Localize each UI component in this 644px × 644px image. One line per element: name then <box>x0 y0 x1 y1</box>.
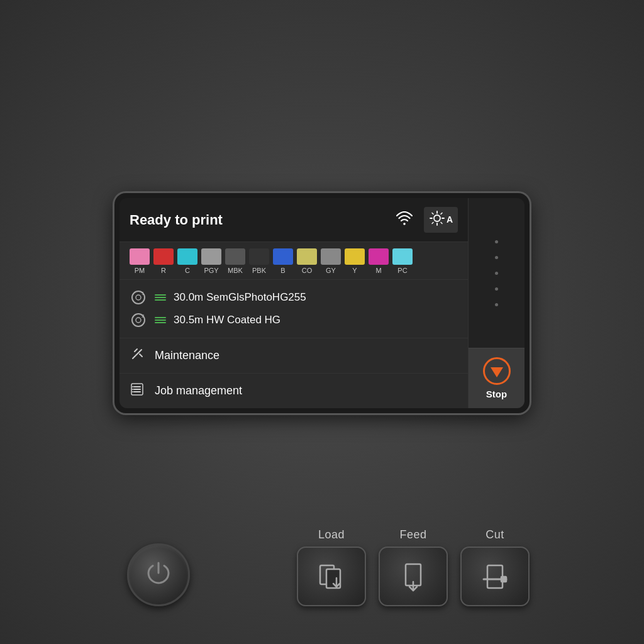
ink-label-mbk: MBK <box>228 267 243 274</box>
svg-point-15 <box>136 318 141 323</box>
menu-label-job_management: Job management <box>155 384 242 397</box>
ink-cartridge-r: R <box>153 248 174 274</box>
wifi-icon <box>396 211 413 228</box>
paper-roll-1: 1 30.0m SemGlsPhotoHG255 <box>130 286 458 309</box>
roll-icon-1: 1 <box>130 289 147 306</box>
feed-button[interactable] <box>379 547 448 606</box>
scroll-dot <box>495 303 498 306</box>
roll-icon-2: 2 <box>130 311 147 329</box>
paper-info-2: 30.5m HW Coated HG <box>174 314 280 326</box>
svg-line-6 <box>432 213 433 214</box>
ink-cartridge-gy: GY <box>321 248 341 274</box>
power-button[interactable] <box>127 543 190 606</box>
wrench-icon <box>130 347 145 365</box>
feed-button-container: Feed <box>379 528 448 606</box>
paper-info-1: 30.0m SemGlsPhotoHG255 <box>174 291 306 304</box>
ink-label-gy: GY <box>326 267 336 274</box>
screen-main: Ready to print <box>119 198 468 408</box>
svg-rect-34 <box>501 577 506 582</box>
status-text: Ready to print <box>130 212 390 228</box>
ink-swatch-b <box>273 248 293 265</box>
svg-point-1 <box>434 215 440 221</box>
screen-header: Ready to print <box>119 198 468 242</box>
cut-button[interactable] <box>460 547 530 606</box>
svg-point-0 <box>403 223 406 225</box>
ink-swatch-pc <box>392 248 413 265</box>
ink-label-pm: PM <box>135 267 145 274</box>
paper-lines-2 <box>155 317 166 323</box>
feed-label: Feed <box>399 528 426 541</box>
ink-cartridge-m: M <box>369 248 389 274</box>
stop-label: Stop <box>486 389 507 399</box>
ink-label-co: CO <box>302 267 313 274</box>
paper-section: 1 30.0m SemGlsPhotoHG255 2 30.5m HW Coat… <box>119 280 468 338</box>
scroll-dot <box>495 256 498 259</box>
ink-label-pc: PC <box>397 267 407 274</box>
screen-side: Stop <box>468 198 525 408</box>
svg-line-8 <box>441 213 442 214</box>
side-dots <box>495 198 498 348</box>
feed-icon <box>397 560 430 593</box>
ink-label-pgy: PGY <box>204 267 218 274</box>
menu-section: Maintenance Job management <box>119 338 468 408</box>
svg-line-17 <box>135 352 140 357</box>
svg-line-19 <box>140 354 142 357</box>
load-button[interactable] <box>297 547 366 606</box>
ink-swatch-pm <box>130 248 150 265</box>
list-icon <box>130 382 145 400</box>
paper-roll-2: 2 30.5m HW Coated HG <box>130 309 458 331</box>
stop-button[interactable]: Stop <box>469 348 525 408</box>
ink-swatch-c <box>177 248 197 265</box>
svg-rect-32 <box>487 565 502 588</box>
stop-triangle-icon <box>491 367 503 377</box>
ink-label-y: Y <box>352 267 357 274</box>
ink-swatch-co <box>297 248 317 265</box>
ink-section: PM R C PGY MBK PBK B CO GY Y M PC <box>119 242 468 280</box>
ink-label-m: M <box>375 267 381 274</box>
lcd-screen-wrapper: Ready to print <box>114 193 530 413</box>
load-button-container: Load <box>297 528 366 606</box>
bottom-controls: Load Feed <box>114 528 530 606</box>
ink-label-b: B <box>280 267 285 274</box>
scroll-dot <box>495 287 498 291</box>
ink-cartridge-y: Y <box>345 248 365 274</box>
ink-label-pbk: PBK <box>252 267 266 274</box>
cut-button-container: Cut <box>460 528 530 606</box>
ink-swatch-m <box>369 248 389 265</box>
svg-line-9 <box>432 223 433 224</box>
ink-swatch-gy <box>321 248 341 265</box>
ink-label-c: C <box>185 267 190 274</box>
ink-cartridge-b: B <box>273 248 293 274</box>
cut-icon <box>479 560 511 593</box>
ink-cartridge-pbk: PBK <box>249 248 269 274</box>
ink-cartridge-pc: PC <box>392 248 413 274</box>
ink-swatch-pbk <box>249 248 269 265</box>
svg-text:2: 2 <box>142 313 145 319</box>
ink-cartridge-pm: PM <box>130 248 150 274</box>
svg-line-7 <box>441 223 442 224</box>
svg-text:A: A <box>447 214 453 225</box>
ink-cartridge-co: CO <box>297 248 317 274</box>
menu-item-job_management[interactable]: Job management <box>119 374 468 408</box>
stop-circle-icon <box>483 357 511 385</box>
svg-point-12 <box>136 295 141 300</box>
ink-swatch-y <box>345 248 365 265</box>
brightness-icon: A <box>424 207 458 233</box>
printer-panel: Ready to print <box>0 0 644 644</box>
scroll-dot <box>495 272 498 275</box>
power-icon <box>145 559 172 591</box>
menu-label-maintenance: Maintenance <box>155 349 219 362</box>
svg-text:1: 1 <box>142 291 145 296</box>
scroll-dot <box>495 240 498 243</box>
cut-label: Cut <box>486 528 504 541</box>
ink-swatch-mbk <box>225 248 245 265</box>
ink-swatch-r <box>153 248 174 265</box>
ink-cartridge-mbk: MBK <box>225 248 245 274</box>
ink-label-r: R <box>161 267 166 274</box>
svg-line-18 <box>135 349 137 352</box>
menu-item-maintenance[interactable]: Maintenance <box>119 338 468 374</box>
ink-cartridge-pgy: PGY <box>201 248 221 274</box>
lcd-screen: Ready to print <box>119 198 525 408</box>
ink-cartridge-c: C <box>177 248 197 274</box>
load-label: Load <box>318 528 345 541</box>
